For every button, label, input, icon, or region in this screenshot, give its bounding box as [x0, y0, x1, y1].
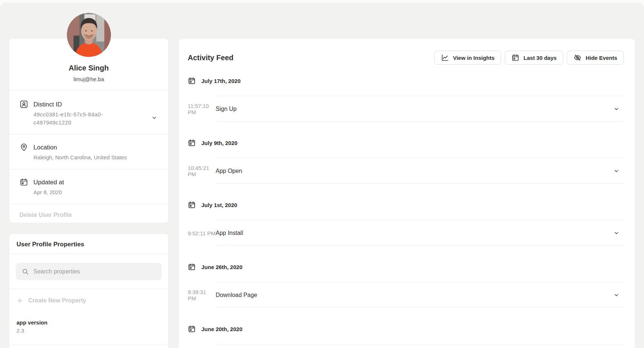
group-date: July 9th, 2020	[201, 140, 237, 146]
event-name: App Open	[216, 168, 242, 174]
view-in-insights-label: View in Insights	[453, 55, 494, 61]
location-pin-icon	[19, 143, 28, 152]
updated-at-value: Apr 8, 2020	[33, 188, 158, 196]
updated-at-section: Updated at Apr 8, 2020	[9, 170, 168, 204]
search-properties-input[interactable]	[33, 268, 156, 275]
divider	[216, 220, 624, 220]
event-time: 9:39:31 PM	[188, 289, 216, 301]
chevron-down-icon[interactable]	[614, 292, 619, 298]
chevron-down-icon[interactable]	[151, 115, 157, 121]
distinct-id-value: 49cc0381-e1fc-57c5-84a0-c497949c1220	[33, 110, 114, 127]
calendar-icon	[19, 178, 28, 186]
line-chart-icon	[441, 54, 449, 62]
property-name: app version	[17, 319, 161, 326]
delete-profile-row: Delete User Profile	[9, 204, 168, 226]
event-time: 9:52:11 PM	[188, 230, 216, 236]
create-new-property-button[interactable]: Create New Property	[9, 289, 168, 313]
search-properties-box[interactable]	[16, 263, 162, 280]
group-date: June 20th, 2020	[201, 326, 242, 332]
divider	[216, 158, 624, 158]
divider	[216, 183, 624, 184]
date-group-header: June 26th, 2020	[188, 262, 624, 271]
event-time: 11:57:10 PM	[188, 103, 216, 115]
event-row[interactable]: 9:52:11 PM App Install	[188, 228, 624, 238]
location-value: Raleigh, North Carolina, United States	[33, 153, 158, 162]
contact-card-icon	[19, 100, 28, 109]
event-name: App Install	[216, 230, 243, 236]
date-group-header: June 20th, 2020	[188, 325, 624, 333]
eye-off-icon	[573, 54, 582, 62]
group-date: June 26th, 2020	[201, 264, 242, 270]
chevron-down-icon[interactable]	[614, 230, 619, 236]
delete-user-profile-button[interactable]: Delete User Profile	[19, 212, 72, 218]
calendar-icon	[188, 325, 196, 333]
profile-name: Alice Singh	[9, 64, 168, 72]
updated-at-label: Updated at	[33, 178, 158, 187]
divider	[216, 344, 624, 344]
property-row[interactable]: app version 2.3	[9, 313, 168, 344]
divider	[216, 282, 624, 282]
event-name: Download Page	[216, 292, 257, 298]
divider	[216, 121, 624, 122]
activity-feed-card: Activity Feed View in Insights Last 30 d…	[179, 39, 635, 348]
property-value: 2.3	[17, 327, 161, 334]
event-row[interactable]: 10:45:21 PM App Open	[188, 166, 624, 176]
calendar-icon	[188, 77, 196, 85]
hide-events-label: Hide Events	[586, 55, 617, 61]
event-row[interactable]: 11:57:10 PM Sign Up	[188, 104, 624, 114]
view-in-insights-button[interactable]: View in Insights	[434, 51, 501, 65]
group-date: July 17th, 2020	[201, 78, 241, 84]
event-name: Sign Up	[216, 106, 237, 112]
distinct-id-section: Distinct ID 49cc0381-e1fc-57c5-84a0-c497…	[9, 91, 168, 135]
activity-feed-header: Activity Feed View in Insights Last 30 d…	[179, 39, 635, 65]
activity-feed-list: July 17th, 2020 11:57:10 PM Sign Up July…	[179, 76, 635, 344]
calendar-icon	[188, 201, 196, 209]
profile-email: limuj@he.ba	[9, 76, 168, 83]
location-label: Location	[33, 143, 158, 152]
left-column: Alice Singh limuj@he.ba Distinct ID 49cc…	[9, 39, 168, 348]
calendar-icon	[188, 263, 196, 271]
activity-feed-title: Activity Feed	[188, 53, 233, 62]
distinct-id-label: Distinct ID	[33, 100, 158, 109]
group-date: July 1st, 2020	[201, 202, 237, 208]
plus-icon	[17, 297, 23, 304]
calendar-icon	[511, 54, 519, 62]
last-30-days-button[interactable]: Last 30 days	[505, 51, 563, 65]
event-row[interactable]: 9:39:31 PM Download Page	[188, 290, 624, 300]
create-new-property-label: Create New Property	[28, 297, 86, 304]
properties-panel-title: User Profile Properties	[17, 240, 161, 249]
event-time: 10:45:21 PM	[188, 165, 216, 177]
location-section: Location Raleigh, North Carolina, United…	[9, 135, 168, 170]
chevron-down-icon[interactable]	[614, 168, 619, 174]
feed-action-buttons: View in Insights Last 30 days Hi	[434, 51, 624, 65]
chevron-down-icon[interactable]	[614, 106, 619, 112]
date-group-header: July 17th, 2020	[188, 76, 624, 85]
user-profile-properties-card: User Profile Properties Create New Prope…	[9, 234, 168, 348]
hide-events-button[interactable]: Hide Events	[567, 51, 624, 65]
divider	[216, 96, 624, 96]
divider	[216, 307, 624, 308]
date-group-header: July 1st, 2020	[188, 200, 624, 209]
calendar-icon	[188, 139, 196, 147]
search-icon	[22, 268, 29, 275]
user-profile-card: Alice Singh limuj@he.ba Distinct ID 49cc…	[9, 39, 168, 223]
avatar-image	[67, 13, 111, 57]
last-30-days-label: Last 30 days	[524, 55, 557, 61]
date-group-header: July 9th, 2020	[188, 138, 624, 147]
divider	[216, 245, 624, 246]
avatar	[67, 13, 111, 57]
